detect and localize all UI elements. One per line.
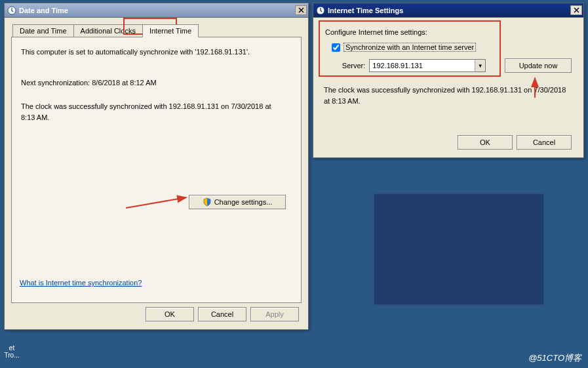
sync-checkbox[interactable] [332,43,340,52]
titlebar[interactable]: Date and Time [5,3,308,18]
group-legend: Configure Internet time settings: [325,28,572,36]
desktop-icon[interactable]: et Tro... [1,344,22,359]
server-row: Server: ▼ Update now [340,58,572,73]
server-label: Server: [340,62,365,70]
ok-button[interactable]: OK [458,135,513,150]
date-and-time-window: Date and Time Date and Time Additional C… [4,3,309,330]
close-button[interactable] [570,5,582,15]
help-link[interactable]: What is Internet time synchronization? [20,279,142,287]
next-sync-text: Next synchronization: 8/6/2018 at 8:12 A… [21,77,292,89]
tab-date-and-time[interactable]: Date and Time [12,24,74,37]
internet-time-settings-window: Internet Time Settings Configure Interne… [313,3,584,158]
dialog-buttons: OK Cancel [323,115,574,152]
window-title: Internet Time Settings [328,7,403,14]
close-button[interactable] [295,5,307,15]
sync-description: This computer is set to automatically sy… [21,47,292,58]
tab-additional-clocks[interactable]: Additional Clocks [73,24,143,37]
update-now-button[interactable]: Update now [505,58,572,73]
clock-icon [316,6,325,15]
client-area: Configure Internet time settings: Synchr… [313,18,583,157]
clock-icon [7,6,16,15]
dialog-buttons: OK Cancel Apply [11,303,302,324]
annotation-arrow [123,190,195,212]
background-panel [374,194,544,305]
sync-status-text: The clock was successfully synchronized … [324,85,573,106]
settings-group: Configure Internet time settings: Synchr… [323,24,574,82]
sync-checkbox-label[interactable]: Synchronize with an Internet time server [343,43,476,52]
change-settings-button[interactable]: Change settings... [189,195,286,209]
tab-internet-time[interactable]: Internet Time [142,24,199,37]
sync-checkbox-row: Synchronize with an Internet time server [332,43,572,52]
change-settings-label: Change settings... [214,198,273,206]
cancel-button[interactable]: Cancel [198,307,246,321]
watermark: @51CTO博客 [528,352,581,364]
server-combobox[interactable]: ▼ [369,59,486,72]
shield-icon [203,197,212,207]
cancel-button[interactable]: Cancel [517,135,572,150]
client-area: Date and Time Additional Clocks Internet… [5,18,308,329]
dropdown-icon[interactable]: ▼ [475,60,485,72]
apply-button[interactable]: Apply [250,307,299,321]
sync-status-text: The clock was successfully synchronized … [21,101,283,123]
server-input[interactable] [370,60,475,72]
window-title: Date and Time [19,7,68,14]
tab-strip: Date and Time Additional Clocks Internet… [12,24,300,37]
tab-panel: This computer is set to automatically sy… [11,37,302,303]
titlebar[interactable]: Internet Time Settings [313,3,583,18]
ok-button[interactable]: OK [146,307,194,321]
